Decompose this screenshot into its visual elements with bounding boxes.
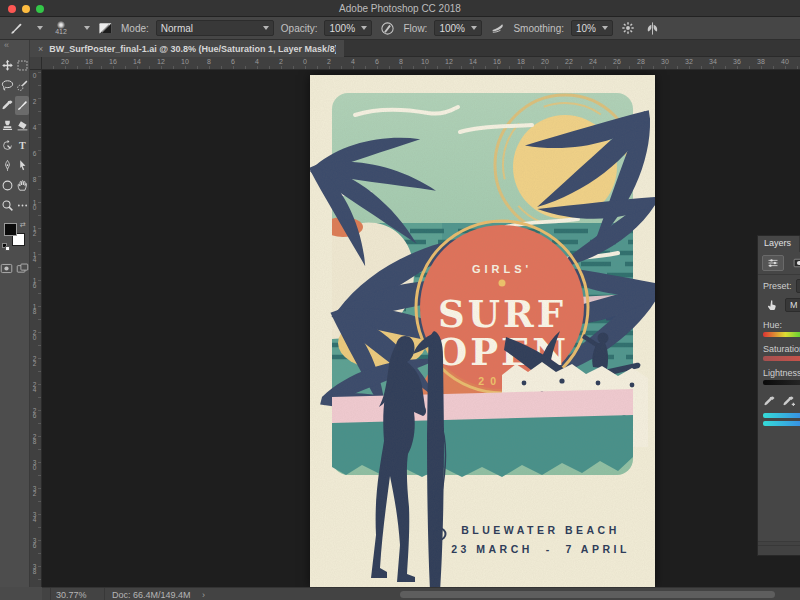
mode-select[interactable]: Normal [156, 20, 274, 36]
options-bar: 412 Mode: Normal Opacity: 100% Flow: 100… [0, 17, 800, 40]
ruler-label: 22 [31, 355, 38, 365]
paint-symmetry-icon[interactable] [644, 20, 661, 37]
document-tab-title: BW_SurfPoster_final-1.ai @ 30.8% (Hue/Sa… [49, 44, 336, 54]
poster-venue-text: BLUEWATER BEACH [438, 524, 643, 536]
panel-footer [758, 541, 800, 555]
ruler-label: 18 [85, 58, 93, 65]
ruler-label: 2 [279, 58, 283, 65]
adjustment-view-button[interactable] [762, 255, 784, 271]
ruler-label: 38 [31, 563, 38, 573]
saturation-label: Saturation: [758, 337, 800, 356]
swap-colors-icon[interactable]: ⇄ [20, 221, 26, 229]
ruler-label: 2 [327, 58, 331, 65]
vertical-ruler[interactable]: 02468101214161820222426283032343638 [30, 70, 42, 587]
ruler-label: 20 [61, 58, 69, 65]
quick-selection-tool[interactable] [15, 76, 29, 95]
horizontal-scrollbar[interactable] [400, 591, 775, 598]
eyedropper-sample-icon[interactable] [763, 395, 776, 410]
ruler-label: 18 [31, 303, 38, 313]
ruler-label: 6 [31, 150, 38, 155]
ruler-label: 0 [31, 72, 38, 77]
smoothing-chevron-icon [602, 26, 608, 30]
document-tab[interactable]: × BW_SurfPoster_final-1.ai @ 30.8% (Hue/… [30, 40, 344, 57]
ruler-label: 32 [685, 58, 693, 65]
smoothing-select[interactable]: 10% [571, 20, 613, 36]
more-tools-tool[interactable] [15, 196, 29, 215]
opacity-value: 100% [329, 23, 355, 34]
zoom-tool[interactable] [0, 196, 14, 215]
poster-artwork[interactable]: GIRLS' SURF OPEN 2018 [310, 75, 655, 587]
hue-ramp-after [763, 421, 800, 426]
minimize-window-button[interactable] [22, 5, 30, 13]
title-bar: Adobe Photoshop CC 2018 [0, 0, 800, 17]
gear-icon[interactable] [620, 20, 637, 37]
brush-tool[interactable] [15, 96, 29, 115]
pen-tool[interactable] [0, 156, 14, 175]
flow-select[interactable]: 100% [434, 20, 482, 36]
ruler-label: 6 [375, 58, 379, 65]
ruler-label: 14 [31, 251, 38, 261]
direct-selection-tool[interactable] [15, 156, 29, 175]
clone-stamp-tool[interactable] [0, 116, 14, 135]
ruler-label: 4 [255, 58, 259, 65]
ruler-label: 4 [31, 124, 38, 129]
ruler-label: 16 [31, 277, 38, 287]
tab-layers[interactable]: Layers [758, 236, 799, 252]
ruler-label: 34 [709, 58, 717, 65]
ruler-label: 26 [613, 58, 621, 65]
ruler-label: 20 [541, 58, 549, 65]
close-window-button[interactable] [8, 5, 16, 13]
default-colors-icon[interactable] [2, 243, 11, 252]
opacity-chevron-icon [361, 26, 367, 30]
zoom-level-value[interactable]: 30.77% [56, 590, 87, 600]
ruler-label: 24 [589, 58, 597, 65]
ruler-label: 26 [31, 407, 38, 417]
quick-mask-button[interactable] [0, 261, 13, 279]
hand-tool[interactable] [15, 176, 29, 195]
pressure-opacity-icon[interactable] [379, 20, 396, 37]
zoom-window-button[interactable] [36, 5, 44, 13]
lasso-tool[interactable] [0, 76, 14, 95]
ruler-label: 8 [31, 176, 38, 181]
eyedropper-add-icon[interactable] [782, 395, 795, 410]
ruler-label: 36 [31, 537, 38, 547]
ruler-label: 12 [157, 58, 165, 65]
svg-text:T: T [19, 140, 26, 151]
move-tool[interactable] [0, 56, 14, 75]
mask-view-button[interactable] [788, 255, 800, 271]
tools-grid: T [0, 56, 29, 215]
channel-select[interactable]: M [785, 298, 800, 312]
mode-value: Normal [161, 23, 193, 34]
rectangular-marquee-tool[interactable] [15, 56, 29, 75]
brush-tool-chevron-icon[interactable] [37, 26, 43, 30]
eyedropper-tool[interactable] [0, 96, 14, 115]
history-brush-tool[interactable] [0, 136, 14, 155]
channel-value: M [790, 300, 798, 310]
status-chevron-icon[interactable]: › [202, 590, 205, 600]
app-title: Adobe Photoshop CC 2018 [0, 3, 800, 14]
opacity-select[interactable]: 100% [324, 20, 372, 36]
foreground-color-swatch[interactable] [4, 223, 17, 236]
ruler-label: 8 [399, 58, 403, 65]
type-tool[interactable]: T [15, 136, 29, 155]
airbrush-icon[interactable] [489, 20, 506, 37]
ruler-label: 10 [181, 58, 189, 65]
targeted-adjustment-icon[interactable] [763, 297, 781, 313]
brush-settings-panel-toggle[interactable] [97, 20, 114, 37]
brush-tool-icon[interactable] [8, 20, 25, 37]
collapse-tools-icon[interactable]: « [0, 40, 29, 56]
brush-preset-chevron-icon[interactable] [84, 26, 90, 30]
ruler-label: 16 [493, 58, 501, 65]
poster-illustration: GIRLS' SURF OPEN 2018 [310, 75, 655, 587]
horizontal-ruler[interactable]: 2018161412108642024681012141618202224262… [30, 57, 800, 70]
ellipse-tool[interactable] [0, 176, 14, 195]
eraser-tool[interactable] [15, 116, 29, 135]
preset-select[interactable]: C [796, 279, 800, 293]
ruler-label: 10 [31, 199, 38, 209]
screen-mode-button[interactable] [16, 261, 29, 279]
preset-label: Preset: [763, 281, 792, 291]
close-tab-icon[interactable]: × [38, 44, 43, 54]
ruler-label: 10 [421, 58, 429, 65]
brush-preset-picker[interactable]: 412 [50, 21, 72, 35]
brush-size-value: 412 [55, 29, 67, 35]
